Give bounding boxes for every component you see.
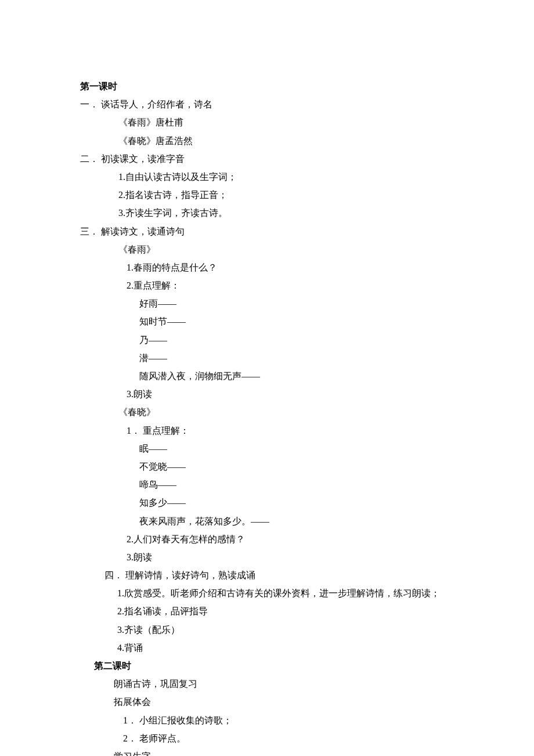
poem1-item: 1.春雨的特点是什么？: [127, 258, 499, 276]
poem1-term: 潜——: [139, 349, 499, 367]
section4-item: 4.背诵: [117, 639, 499, 657]
section3-heading: 三． 解读诗文，读通诗句: [80, 222, 499, 240]
poem2-term: 眠——: [139, 440, 499, 458]
poem1-item: 3.朗读: [127, 385, 499, 403]
section4-item: 1.欣赏感受。听老师介绍和古诗有关的课外资料，进一步理解诗情，练习朗读；: [117, 584, 499, 602]
section2-item: 3.齐读生字词，齐读古诗。: [118, 204, 499, 222]
poem2-title: 《春晓》: [118, 403, 499, 421]
lesson2-item: 学习生字: [114, 747, 499, 756]
poem2-term: 啼鸟——: [139, 476, 499, 494]
section4-item: 3.齐读（配乐）: [117, 621, 499, 639]
section4-item: 2.指名诵读，品评指导: [117, 602, 499, 620]
lesson2-title: 第二课时: [94, 657, 499, 675]
section2-item: 2.指名读古诗，指导正音；: [118, 186, 499, 204]
section4-heading: 四． 理解诗情，读好诗句，熟读成诵: [104, 566, 499, 584]
lesson2-subitem: 1． 小组汇报收集的诗歌；: [123, 711, 499, 729]
section1-item: 《春雨》唐杜甫: [118, 113, 499, 131]
poem1-title: 《春雨》: [118, 240, 499, 258]
poem1-term: 乃——: [139, 331, 499, 349]
lesson2-subitem: 2． 老师评点。: [123, 729, 499, 747]
poem1-term: 好雨——: [139, 294, 499, 312]
poem1-term: 知时节——: [139, 312, 499, 330]
poem2-item: 2.人们对春天有怎样的感情？: [127, 530, 499, 548]
section1-item: 《春晓》唐孟浩然: [118, 132, 499, 150]
lesson1-title: 第一课时: [80, 77, 499, 95]
poem1-term: 随风潜入夜，润物细无声——: [139, 367, 499, 385]
lesson2-item: 拓展体会: [114, 693, 499, 711]
section2-heading: 二． 初读课文，读准字音: [80, 150, 499, 168]
poem2-term: 知多少——: [139, 494, 499, 512]
poem1-item: 2.重点理解：: [127, 276, 499, 294]
lesson2-item: 朗诵古诗，巩固复习: [114, 675, 499, 693]
poem2-item: 1． 重点理解：: [127, 422, 499, 440]
poem2-term: 夜来风雨声，花落知多少。——: [139, 512, 499, 530]
section2-item: 1.自由认读古诗以及生字词；: [118, 168, 499, 186]
section1-heading: 一． 谈话导人，介绍作者，诗名: [80, 95, 499, 113]
poem2-term: 不觉晓——: [139, 458, 499, 476]
poem2-item: 3.朗读: [127, 548, 499, 566]
document-page: 第一课时 一． 谈话导人，介绍作者，诗名 《春雨》唐杜甫 《春晓》唐孟浩然 二．…: [0, 0, 534, 756]
